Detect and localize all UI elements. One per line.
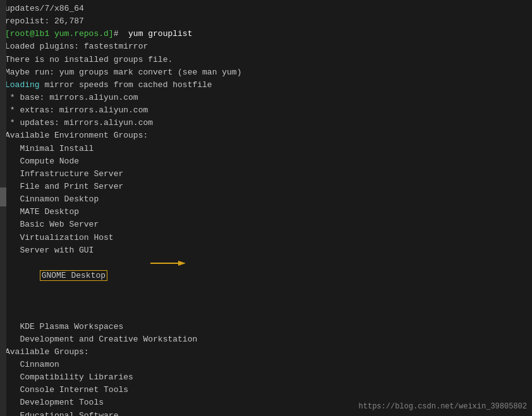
terminal-line: * base: mirrors.aliyun.com	[5, 92, 527, 104]
terminal-line: Available Environment Groups:	[5, 129, 527, 142]
terminal-line-gnome: GNOME Desktop	[5, 257, 527, 321]
terminal-line: Compatibility Libraries	[5, 371, 527, 384]
scrollbar-track[interactable]	[0, 0, 6, 416]
terminal-line: Maybe run: yum groups mark convert (see …	[5, 66, 527, 79]
terminal-line: KDE Plasma Workspaces	[5, 321, 527, 333]
terminal-line: * extras: mirrors.aliyun.com	[5, 104, 527, 117]
terminal-line: Available Groups:	[5, 346, 527, 359]
terminal-line: Console Internet Tools	[5, 384, 527, 396]
terminal-line: Minimal Install	[5, 143, 527, 155]
arrow-indicator	[150, 258, 188, 268]
terminal-line: Basic Web Server	[5, 218, 527, 231]
terminal-line: MATE Desktop	[5, 206, 527, 218]
loading-text: Loading	[5, 80, 40, 90]
terminal-line: Virtualization Host	[5, 232, 527, 244]
svg-marker-1	[178, 261, 186, 266]
terminal-line: Loading mirror speeds from cached hostfi…	[5, 79, 527, 92]
terminal-line: Infrastructure Server	[5, 168, 527, 181]
terminal-line: File and Print Server	[5, 181, 527, 193]
terminal-line: Loaded plugins: fastestmirror	[5, 40, 527, 53]
terminal-line: Compute Node	[5, 155, 527, 168]
terminal-window: updates/7/x86_64 repolist: 26,787 [root@…	[0, 0, 532, 416]
terminal-line: repolist: 26,787	[5, 15, 527, 28]
terminal-line: [root@lb1 yum.repos.d]# yum grouplist	[5, 28, 527, 40]
watermark: https://blog.csdn.net/weixin_39805802	[359, 402, 527, 411]
terminal-line: * updates: mirrors.aliyun.com	[5, 117, 527, 129]
terminal-line: Server with GUI	[5, 244, 527, 257]
terminal-line: Cinnamon Desktop	[5, 193, 527, 206]
terminal-line: Cinnamon	[5, 359, 527, 371]
prompt: [root@lb1 yum.repos.d]	[5, 29, 114, 39]
terminal-line: Development and Creative Workstation	[5, 333, 527, 346]
scrollbar-thumb[interactable]	[0, 187, 6, 206]
terminal-line: There is no installed groups file.	[5, 54, 527, 66]
gnome-desktop-highlight: GNOME Desktop	[40, 270, 107, 281]
terminal-line: updates/7/x86_64	[5, 3, 527, 15]
